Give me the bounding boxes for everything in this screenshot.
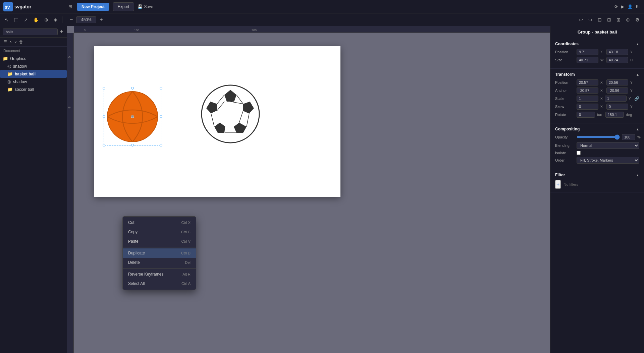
layer-item-soccerball[interactable]: 📁 soccer ball — [0, 85, 67, 93]
ctx-reverse-keyframes[interactable]: Reverse Keyframes Alt R — [123, 270, 196, 279]
align-button[interactable]: ⊟ — [596, 16, 603, 23]
new-project-button[interactable]: New Project — [77, 3, 109, 11]
hand-tool[interactable]: ✋ — [31, 16, 41, 24]
order-label: Order — [555, 158, 575, 162]
ctx-cut[interactable]: Cut Ctrl X — [123, 218, 196, 227]
ctx-reverse-label: Reverse Keyframes — [128, 272, 163, 277]
zoom-in-button[interactable]: + — [98, 16, 105, 23]
skew-y[interactable] — [606, 104, 628, 110]
panel-collapse-icon[interactable]: ∧ — [9, 40, 12, 44]
ctx-reverse-shortcut: Alt R — [182, 272, 191, 276]
transform-pos-x[interactable] — [577, 79, 598, 85]
opacity-input[interactable] — [622, 134, 635, 140]
sel-handle-tr[interactable] — [160, 87, 162, 90]
size-row: Size W H — [555, 57, 639, 63]
search-input[interactable] — [3, 28, 58, 35]
play-icon[interactable]: ▶ — [621, 4, 624, 9]
export-button[interactable]: Export — [113, 2, 135, 11]
zoom-tool[interactable]: ⊕ — [42, 16, 50, 24]
app-name: svgator — [14, 4, 32, 9]
group-title: Group - basket ball — [550, 26, 644, 38]
ruler-mark-200: 200 — [252, 28, 257, 32]
panel-menu-icon[interactable]: ☰ — [3, 40, 7, 44]
transform-section: Transform ▲ Position X Y Anchor X Y Scal… — [550, 69, 644, 123]
panel-expand-icon[interactable]: ∨ — [14, 40, 17, 44]
basketball-group[interactable] — [106, 90, 159, 143]
sel-handle-tl[interactable] — [103, 87, 105, 90]
sel-handle-bl[interactable] — [103, 144, 105, 146]
soccer-ball-group[interactable] — [200, 83, 262, 145]
canvas-area[interactable]: 0 100 200 0 B — [67, 26, 550, 353]
rotate-val[interactable] — [577, 112, 595, 118]
panel-delete-icon[interactable]: 🗑 — [19, 40, 23, 44]
layer-item-shadow1[interactable]: ◎ shadow — [0, 62, 67, 70]
grid-toggle[interactable]: ⊞ — [615, 16, 622, 23]
size-label: Size — [555, 58, 575, 62]
layer-tree: 📁 Graphics ◎ shadow 📁 basket ball ◎ shad… — [0, 53, 67, 353]
opacity-label: Opacity — [555, 135, 575, 139]
opacity-row: Opacity % — [555, 134, 639, 140]
ruler-mark-vert-0: 0 — [68, 56, 71, 58]
sel-handle-bm[interactable] — [131, 144, 134, 146]
user-name: Kit — [636, 4, 641, 9]
scale-y[interactable] — [605, 96, 627, 102]
pointer-tool[interactable]: ↗ — [22, 16, 30, 24]
transform-collapse[interactable]: ▲ — [636, 73, 639, 76]
redo-button[interactable]: ↪ — [587, 16, 594, 23]
save-button[interactable]: 💾 Save — [138, 4, 153, 9]
node-tool[interactable]: ◈ — [52, 16, 59, 24]
compositing-collapse[interactable]: ▲ — [636, 127, 639, 131]
transform-pos-y[interactable] — [606, 79, 628, 85]
transform-header: Transform ▲ — [555, 72, 639, 77]
sel-handle-mr[interactable] — [160, 115, 162, 118]
anchor-y[interactable] — [606, 87, 628, 94]
scale-link-icon[interactable]: 🔗 — [634, 96, 639, 101]
isolate-checkbox[interactable] — [577, 151, 581, 155]
zoom-input[interactable] — [76, 16, 96, 23]
position-row: Position X Y — [555, 49, 639, 55]
ctx-paste[interactable]: Paste Ctrl V — [123, 237, 196, 246]
position-y-input[interactable] — [606, 49, 628, 55]
scale-x[interactable] — [577, 96, 598, 102]
x-axis-label: X — [600, 50, 604, 54]
order-select[interactable]: Fill, Stroke, Markers — [577, 157, 639, 164]
settings-button[interactable]: ⚙ — [634, 16, 641, 23]
size-w-input[interactable] — [577, 57, 598, 63]
size-h-input[interactable] — [606, 57, 628, 63]
basketball-svg — [106, 90, 159, 143]
blend-select[interactable]: Normal — [577, 142, 639, 149]
position-x-input[interactable] — [577, 49, 598, 55]
ctx-copy[interactable]: Copy Ctrl C — [123, 227, 196, 237]
layer-item-basketball[interactable]: 📁 basket ball — [0, 70, 67, 78]
select-tool[interactable]: ↖ — [3, 16, 11, 24]
ctx-select-all[interactable]: Select All Ctrl A — [123, 279, 196, 288]
add-layer-button[interactable]: + — [59, 28, 64, 35]
sel-handle-tm[interactable] — [131, 87, 134, 90]
layer-item-shadow2[interactable]: ◎ shadow — [0, 78, 67, 85]
filter-add-button[interactable]: + — [555, 180, 561, 189]
rotate-turn-unit: turn — [597, 113, 603, 117]
transform-pos-label: Position — [555, 80, 575, 84]
compositing-header: Compositing ▲ — [555, 127, 639, 131]
opacity-slider[interactable] — [577, 136, 620, 138]
skew-row: Skew X Y — [555, 104, 639, 110]
zoom-out-button[interactable]: − — [68, 16, 75, 23]
skew-x[interactable] — [577, 104, 598, 110]
grid-button[interactable]: ⊞ — [67, 3, 73, 10]
ctx-delete[interactable]: Delete Del — [123, 258, 196, 267]
sel-handle-ml[interactable] — [103, 115, 105, 118]
filter-collapse[interactable]: ▲ — [636, 173, 639, 177]
anchor-x[interactable] — [577, 87, 598, 94]
distribute-button[interactable]: ⊞ — [605, 16, 613, 23]
layer-name-soccer: soccer ball — [15, 87, 64, 92]
layer-item-graphics[interactable]: 📁 Graphics — [0, 55, 67, 62]
rect-select-tool[interactable]: ⬚ — [12, 16, 20, 24]
undo-button[interactable]: ↩ — [577, 16, 585, 23]
rotate-deg-val[interactable] — [605, 112, 624, 118]
sel-handle-br[interactable] — [160, 144, 162, 146]
coordinates-collapse[interactable]: ▲ — [636, 42, 639, 46]
ctx-select-all-label: Select All — [128, 281, 145, 286]
filter-add-row: + No filters — [555, 180, 639, 189]
snap-button[interactable]: ⊕ — [624, 16, 632, 23]
ctx-duplicate[interactable]: Duplicate Ctrl D — [123, 248, 196, 258]
